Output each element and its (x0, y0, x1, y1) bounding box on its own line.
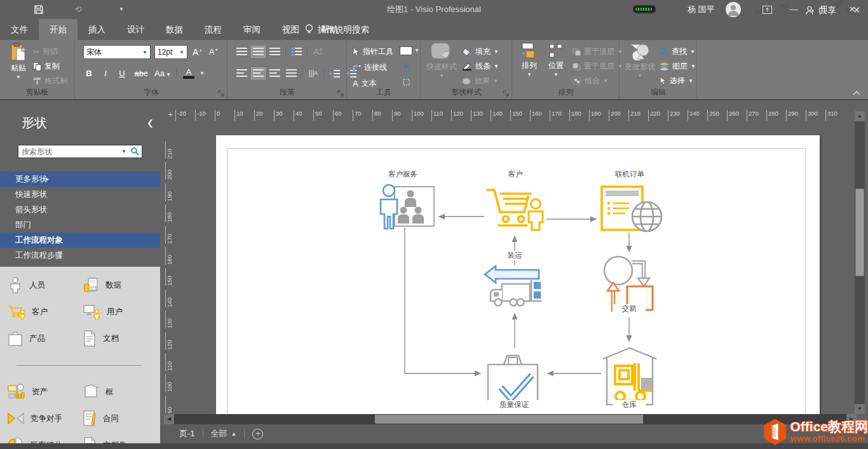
scroll-right-icon[interactable]: ▶ (846, 414, 857, 424)
collapse-panel-icon[interactable]: ❮ (147, 118, 154, 128)
shape-swatch[interactable] (400, 46, 412, 55)
scroll-left-icon[interactable]: ◀ (164, 414, 174, 424)
position-button[interactable]: 位置▼ (543, 43, 569, 77)
collapse-close-icon[interactable]: ✕ (853, 0, 860, 21)
align-left-button[interactable] (234, 67, 249, 79)
align-top-button[interactable] (234, 46, 249, 58)
tab-设计[interactable]: 设计 (116, 19, 155, 40)
shape-search-input[interactable] (18, 147, 119, 156)
node-customer-service[interactable] (378, 183, 437, 230)
minimize-button[interactable]: — (783, 0, 804, 19)
page-tab[interactable]: 页-1 (179, 428, 195, 439)
shape-item-customer[interactable]: 客户 (8, 299, 83, 325)
font-name-combo[interactable]: 宋体▼ (83, 45, 151, 59)
tab-插入[interactable]: 插入 (78, 19, 116, 40)
tab-文件[interactable]: 文件 (0, 19, 39, 40)
paste-button[interactable]: 粘贴 ▼ (5, 43, 32, 80)
font-dialog-launcher-icon[interactable] (218, 90, 225, 97)
connection-point-icon[interactable] (401, 76, 411, 86)
node-quality-assurance[interactable] (485, 349, 542, 408)
decrease-indent-button[interactable] (327, 67, 342, 79)
quick-styles-button[interactable]: 快速样式 ▼ (425, 43, 458, 79)
avatar[interactable] (726, 2, 741, 17)
bullets-button[interactable] (289, 46, 304, 58)
tell-me-search[interactable]: 操作说明搜索 (299, 19, 376, 40)
stencil-工作流程对象[interactable]: 工作流程对象 (0, 232, 160, 248)
share-button[interactable]: 共享 (805, 0, 836, 21)
node-customer[interactable] (485, 185, 546, 231)
justify-button[interactable] (284, 67, 299, 79)
shape-item-document[interactable]: 文档 (83, 326, 158, 351)
drawing-canvas[interactable]: 客户服务 客户 联机订单 装运 交易 质量保证 仓库 (177, 121, 855, 414)
node-warehouse[interactable] (601, 345, 658, 407)
shape-item-user[interactable]: 用户 (83, 299, 158, 325)
align-middle-button[interactable] (251, 46, 266, 58)
vertical-scroll-thumb[interactable] (855, 189, 864, 276)
shape-styles-dialog-launcher-icon[interactable] (503, 90, 510, 97)
align-right-button[interactable] (268, 67, 282, 79)
shape-item-data[interactable]: 数据 (83, 272, 158, 298)
shape-item-asset[interactable]: 资产 (8, 379, 83, 405)
account-name[interactable]: 杨 国平 (688, 0, 715, 19)
tab-审阅[interactable]: 审阅 (233, 19, 271, 40)
paragraph-dialog-launcher-icon[interactable] (337, 90, 344, 97)
scroll-up-icon[interactable]: ▲ (855, 111, 865, 121)
shape-item-person[interactable]: 人员 (8, 272, 83, 298)
text-rotate-button[interactable]: A⤴ (311, 46, 325, 58)
cut-button[interactable]: ✂剪切 (33, 45, 58, 58)
text-direction-button[interactable]: A (306, 67, 320, 79)
horizontal-scroll-thumb[interactable] (375, 415, 643, 424)
stencil-更多形状[interactable]: 更多形状▸ (0, 171, 160, 187)
all-pages-button[interactable]: 全部 ▲ (211, 428, 237, 439)
horizontal-scrollbar[interactable]: ◀ ▶ (164, 414, 857, 424)
bold-button[interactable]: B (83, 69, 95, 78)
shape-item-competitor[interactable]: 竞争对手 (8, 406, 83, 431)
tab-开始[interactable]: 开始 (39, 19, 78, 40)
change-case-button[interactable]: Aa ▼ (154, 69, 170, 78)
line-button[interactable]: 线条▼ (462, 60, 499, 73)
stencil-箭头形状[interactable]: 箭头形状 (0, 202, 160, 217)
format-painter-button[interactable]: 格式刷 (33, 74, 67, 88)
connector-tool-button[interactable]: 连接线 (353, 61, 387, 74)
strikethrough-button[interactable]: abc (133, 69, 149, 78)
scroll-down-icon[interactable]: ▼ (855, 404, 865, 414)
shape-item-frame[interactable]: 框 (83, 379, 158, 405)
change-shape-button[interactable]: 更改形状▼ (623, 43, 657, 79)
swatch-dropdown-icon[interactable]: ▼ (414, 48, 419, 53)
send-to-back-button[interactable]: 置于底层▼ (573, 60, 623, 73)
tab-流程[interactable]: 流程 (194, 19, 233, 40)
collapse-ribbon-icon[interactable] (853, 91, 860, 95)
node-online-order[interactable] (600, 183, 663, 234)
stencil-快速形状[interactable]: 快速形状 (0, 187, 160, 202)
align-center-button[interactable] (251, 67, 266, 79)
shape-item-product[interactable]: 产品 (8, 326, 83, 351)
tab-数据[interactable]: 数据 (155, 19, 194, 40)
add-page-button[interactable]: + (252, 429, 263, 439)
group-button[interactable]: 组合▼ (573, 74, 608, 88)
shrink-font-button[interactable]: A▼ (209, 48, 219, 57)
vertical-scrollbar[interactable]: ▲ ▼ (855, 111, 865, 414)
pointer-tool-button[interactable]: 指针工具 (353, 45, 393, 58)
font-size-combo[interactable]: 12pt▼ (154, 45, 187, 59)
copy-button[interactable]: 复制 (33, 60, 60, 73)
delete-connector-icon[interactable]: ✕ (402, 61, 410, 71)
align-bottom-button[interactable] (268, 46, 282, 58)
select-button[interactable]: 选择▼ (660, 74, 693, 88)
find-button[interactable]: 查找▼ (660, 45, 695, 58)
ribbon-display-options-icon[interactable] (756, 0, 778, 19)
stencil-部门[interactable]: 部门 (0, 217, 160, 232)
italic-button[interactable]: I (100, 69, 111, 78)
underline-button[interactable]: U (116, 69, 128, 78)
node-shipping[interactable] (483, 264, 545, 309)
search-icon[interactable] (131, 147, 139, 156)
shape-item-contract[interactable]: 合同 (83, 406, 158, 431)
bring-to-front-button[interactable]: 置于顶层▼ (573, 45, 623, 58)
search-dropdown-icon[interactable]: ▼ (119, 149, 128, 154)
grow-font-button[interactable]: A▲ (193, 47, 203, 57)
font-color-button[interactable]: A (183, 69, 194, 79)
font-color-dropdown-icon[interactable]: ▼ (200, 70, 205, 76)
arrange-button[interactable]: 排列▼ (517, 43, 542, 77)
stencil-工作流程步骤[interactable]: 工作流程步骤 (0, 248, 160, 263)
fill-button[interactable]: 填充▼ (462, 45, 499, 58)
effects-button[interactable]: 效果▼ (462, 74, 498, 88)
